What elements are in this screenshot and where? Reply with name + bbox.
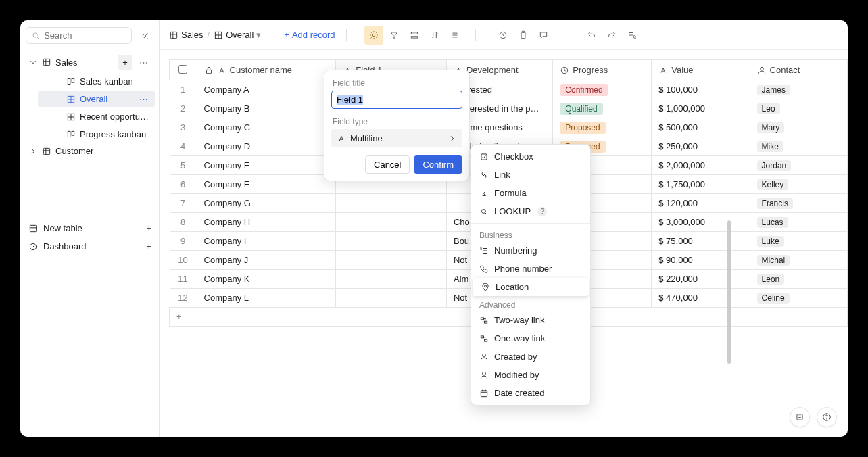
cell-value[interactable]: $ 470,000: [652, 289, 750, 308]
menu-item-checkbox[interactable]: Checkbox: [471, 147, 590, 166]
cell-field1[interactable]: [336, 213, 447, 232]
sidebar-item-sales-kanban[interactable]: Sales kanban: [38, 73, 155, 90]
collapse-sidebar-button[interactable]: [137, 28, 153, 44]
cell-value[interactable]: $ 220,000: [652, 270, 750, 289]
row-height-button[interactable]: [445, 26, 464, 45]
cell-field1[interactable]: [336, 232, 447, 251]
select-all-header[interactable]: [170, 60, 197, 80]
cell-value[interactable]: $ 3,000,000: [652, 213, 750, 232]
cancel-button[interactable]: Cancel: [365, 155, 410, 174]
cell-customer[interactable]: Company D: [197, 137, 336, 156]
menu-item-date-created[interactable]: Date created: [471, 384, 590, 402]
settings-button[interactable]: [364, 26, 383, 45]
help-fab[interactable]: [817, 407, 837, 427]
cell-customer[interactable]: Company I: [197, 232, 336, 251]
add-record-button[interactable]: + Add record: [284, 30, 335, 40]
column-customer[interactable]: Customer name: [197, 60, 336, 80]
cell-value[interactable]: $ 100,000: [652, 80, 750, 99]
sidebar-group-customer[interactable]: Customer: [24, 143, 155, 159]
cell-customer[interactable]: Company L: [197, 289, 336, 308]
column-value[interactable]: Value: [652, 60, 750, 80]
menu-item-location[interactable]: Location: [473, 278, 589, 296]
breadcrumb-root[interactable]: Sales: [169, 30, 203, 40]
cell-value[interactable]: $ 75,000: [652, 232, 750, 251]
cell-customer[interactable]: Company B: [197, 99, 336, 118]
cell-value[interactable]: $ 120,000: [652, 194, 750, 213]
field-type-selector[interactable]: Multiline: [331, 129, 462, 147]
cell-contact[interactable]: Mary: [750, 118, 847, 137]
menu-item-phone-number[interactable]: Phone number: [471, 260, 590, 278]
filter-button[interactable]: [385, 26, 404, 45]
cell-progress[interactable]: Proposed: [553, 118, 652, 137]
breadcrumb-view[interactable]: Overall ▾: [214, 30, 261, 40]
cell-value[interactable]: $ 1,000,000: [652, 99, 750, 118]
cell-field1[interactable]: [336, 289, 447, 308]
confirm-button[interactable]: Confirm: [414, 155, 462, 174]
cell-contact[interactable]: James: [750, 80, 847, 99]
cell-contact[interactable]: Luke: [750, 232, 847, 251]
search-in-table-button[interactable]: [623, 26, 642, 45]
comment-button[interactable]: [534, 26, 553, 45]
clipboard-button[interactable]: [514, 26, 533, 45]
table-row[interactable]: 3 Company C e some questions Proposed $ …: [170, 118, 848, 137]
cell-value[interactable]: $ 1,750,000: [652, 175, 750, 194]
attachment-fab[interactable]: [790, 407, 810, 427]
undo-button[interactable]: [582, 26, 601, 45]
cell-customer[interactable]: Company F: [197, 175, 336, 194]
dashboard-button[interactable]: Dashboard +: [24, 237, 155, 256]
cell-progress[interactable]: Qualified: [553, 99, 652, 118]
cell-field1[interactable]: [336, 270, 447, 289]
cell-contact[interactable]: Michal: [750, 251, 847, 270]
field-title-input[interactable]: [331, 91, 462, 109]
search-input[interactable]: [44, 30, 126, 41]
table-row[interactable]: 2 Company B y interested in the p… Quali…: [170, 99, 848, 118]
column-contact[interactable]: Contact: [750, 60, 847, 80]
cell-customer[interactable]: Company J: [197, 251, 336, 270]
menu-item-two-way-link[interactable]: Two-way link: [471, 311, 590, 329]
cell-contact[interactable]: Celine: [750, 289, 847, 308]
cell-customer[interactable]: Company A: [197, 80, 336, 99]
cell-contact[interactable]: Lucas: [750, 213, 847, 232]
cell-customer[interactable]: Company C: [197, 118, 336, 137]
new-table-button[interactable]: New table +: [24, 219, 155, 237]
cell-field1[interactable]: [336, 194, 447, 213]
column-progress[interactable]: Progress: [553, 60, 652, 80]
select-all-checkbox[interactable]: [178, 65, 187, 74]
cell-contact[interactable]: Leon: [750, 270, 847, 289]
menu-item-link[interactable]: Link: [471, 166, 590, 184]
redo-button[interactable]: [602, 26, 621, 45]
cell-customer[interactable]: Company K: [197, 270, 336, 289]
cell-customer[interactable]: Company E: [197, 156, 336, 175]
sidebar-item-recent[interactable]: Recent opportuniti…: [38, 108, 155, 125]
cell-value[interactable]: $ 90,000: [652, 251, 750, 270]
reminder-button[interactable]: [493, 26, 512, 45]
sidebar-group-sales[interactable]: Sales + ⋯: [24, 52, 155, 72]
cell-contact[interactable]: Kelley: [750, 175, 847, 194]
menu-item-numbering[interactable]: 1Numbering: [471, 241, 590, 260]
group-button[interactable]: [405, 26, 424, 45]
view-more-button[interactable]: ⋯: [137, 94, 151, 104]
menu-item-formula[interactable]: Formula: [471, 184, 590, 202]
cell-field1[interactable]: [336, 251, 447, 270]
sidebar-item-progress-kanban[interactable]: Progress kanban: [38, 126, 155, 143]
cell-contact[interactable]: Francis: [750, 194, 847, 213]
menu-scrollbar[interactable]: [727, 220, 731, 364]
cell-customer[interactable]: Company G: [197, 194, 336, 213]
menu-item-lookup[interactable]: LOOKUP?: [471, 202, 590, 220]
cell-value[interactable]: $ 2,000,000: [652, 156, 750, 175]
search-box[interactable]: [26, 27, 132, 44]
sort-button[interactable]: [425, 26, 444, 45]
add-view-button[interactable]: +: [118, 55, 132, 70]
cell-value[interactable]: $ 500,000: [652, 118, 750, 137]
cell-contact[interactable]: Jordan: [750, 156, 847, 175]
menu-item-one-way-link[interactable]: One-way link: [471, 329, 590, 347]
menu-item-created-by[interactable]: Created by: [471, 347, 590, 366]
cell-progress[interactable]: Confirmed: [553, 80, 652, 99]
table-row[interactable]: 1 Company A interested Confirmed $ 100,0…: [170, 80, 848, 99]
cell-contact[interactable]: Mike: [750, 137, 847, 156]
sidebar-item-overall[interactable]: Overall ⋯: [38, 91, 155, 107]
cell-contact[interactable]: Leo: [750, 99, 847, 118]
cell-value[interactable]: $ 250,000: [652, 137, 750, 156]
group-more-button[interactable]: ⋯: [137, 57, 151, 68]
menu-item-modified-by[interactable]: Modified by: [471, 366, 590, 384]
